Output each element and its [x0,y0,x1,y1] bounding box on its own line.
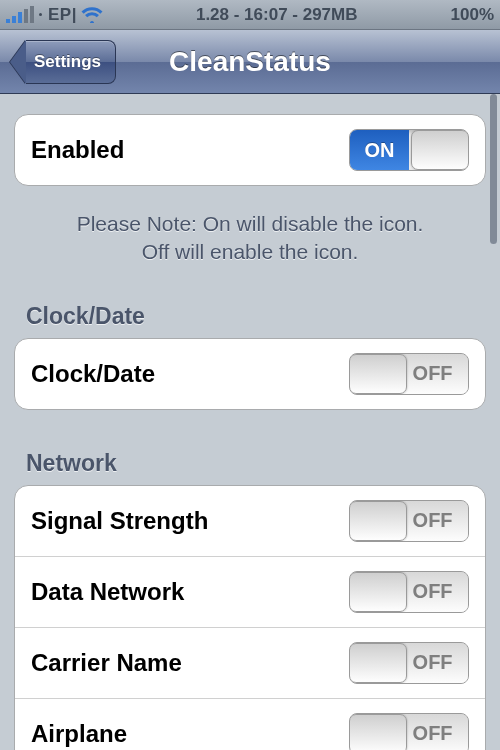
row-clock-date: Clock/Date ON OFF [15,339,485,409]
status-bar: EP| 1.28 - 16:07 - 297MB 100% [0,0,500,30]
toggle-knob [349,643,407,683]
toggle-knob [349,501,407,541]
settings-scroll-area[interactable]: Enabled ON OFF Please Note: On will disa… [0,94,500,750]
group-rows: Clock/Date ON OFF [14,338,486,410]
nav-bar: Settings CleanStatus [0,30,500,94]
row-carrier-name: Carrier Name ON OFF [15,628,485,699]
toggle-carrier-name[interactable]: ON OFF [349,642,469,684]
row-label: Enabled [31,136,124,164]
chevron-left-icon [10,40,26,84]
toggle-knob [349,572,407,612]
status-left: EP| [6,5,103,25]
battery-label: 100% [451,5,494,25]
row-data-network: Data Network ON OFF [15,557,485,628]
group-rows: Enabled ON OFF [14,114,486,186]
toggle-knob [411,130,469,170]
toggle-off-label: OFF [397,643,468,683]
toggle-knob [349,714,407,750]
row-enabled: Enabled ON OFF [15,115,485,185]
toggle-off-label: OFF [397,572,468,612]
row-label: Airplane [31,720,127,748]
signal-strength-icon [6,7,34,23]
toggle-data-network[interactable]: ON OFF [349,571,469,613]
row-label: Carrier Name [31,649,182,677]
toggle-off-label: OFF [397,354,468,394]
row-label: Signal Strength [31,507,208,535]
row-airplane: Airplane ON OFF [15,699,485,750]
group-header: Network [14,430,486,485]
toggle-enabled[interactable]: ON OFF [349,129,469,171]
group-footer-note: Please Note: On will disable the icon. O… [14,186,486,277]
toggle-signal-strength[interactable]: ON OFF [349,500,469,542]
back-button-label: Settings [26,40,116,84]
toggle-airplane[interactable]: ON OFF [349,713,469,750]
group-enabled: Enabled ON OFF Please Note: On will disa… [14,114,486,277]
toggle-on-label: ON [350,130,409,170]
signal-dot-icon [39,13,42,16]
row-label: Data Network [31,578,184,606]
scrollbar-thumb[interactable] [490,94,497,244]
group-network: Network Signal Strength ON OFF Data Netw… [14,430,486,750]
group-header: Clock/Date [14,283,486,338]
row-label: Clock/Date [31,360,155,388]
row-signal-strength: Signal Strength ON OFF [15,486,485,557]
back-button[interactable]: Settings [10,40,116,84]
group-rows: Signal Strength ON OFF Data Network ON O… [14,485,486,750]
status-center-text: 1.28 - 16:07 - 297MB [103,5,451,25]
toggle-off-label: OFF [397,714,468,750]
toggle-off-label: OFF [397,501,468,541]
wifi-icon [81,7,103,23]
carrier-label: EP| [48,5,77,25]
group-clock-date: Clock/Date Clock/Date ON OFF [14,283,486,410]
toggle-clock-date[interactable]: ON OFF [349,353,469,395]
toggle-knob [349,354,407,394]
